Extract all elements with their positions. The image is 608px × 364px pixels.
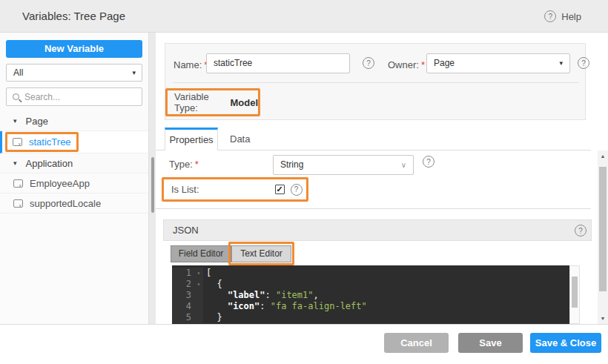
new-variable-button[interactable]: New Variable [6, 40, 142, 58]
help-button[interactable]: ? Help [544, 0, 581, 33]
tree-item-statictree[interactable]: staticTree [0, 131, 148, 153]
search-placeholder: Search... [24, 92, 60, 102]
save-button[interactable]: Save [458, 333, 523, 353]
type-label: Type:* [169, 159, 199, 170]
caret-down-icon: ▾ [13, 159, 17, 167]
tab-underline [156, 150, 591, 150]
line-number: 5 [172, 312, 194, 323]
variable-icon [13, 199, 23, 208]
line-number: 1 [172, 268, 194, 279]
tab-data[interactable]: Data [230, 128, 250, 150]
is-list-help-icon[interactable]: ? [291, 184, 303, 196]
search-input[interactable]: Search... [6, 87, 142, 106]
name-value: staticTree [214, 58, 252, 68]
filter-value: All [13, 67, 23, 78]
page-title: Variables: Tree Page [22, 0, 125, 33]
json-help-icon[interactable]: ? [575, 225, 586, 236]
variable-type-highlight-box: Variable Type: Model [165, 88, 260, 116]
name-help-icon[interactable]: ? [363, 57, 374, 69]
editor-scrollbar-thumb[interactable] [572, 277, 578, 308]
type-value: String [280, 159, 303, 170]
text-editor-button[interactable]: Text Editor [231, 245, 291, 262]
caret-down-icon: ▾ [132, 64, 136, 81]
variable-summary-panel: Name:* staticTree ? Owner:* Page ▾ ? Var… [165, 43, 586, 120]
name-field[interactable]: staticTree [206, 53, 350, 73]
help-label: Help [561, 11, 581, 22]
fold-caret-icon [194, 301, 203, 312]
variable-icon [13, 179, 23, 188]
search-icon [13, 93, 19, 100]
tree-item-supportedlocale[interactable]: supportedLocale [0, 193, 148, 214]
line-number: 4 [172, 301, 194, 312]
filter-dropdown[interactable]: All ▾ [6, 64, 142, 82]
content-scrollbar[interactable]: ▲ ▼ [598, 150, 608, 324]
highlight-box: staticTree [5, 132, 79, 152]
cancel-button[interactable]: Cancel [384, 333, 449, 353]
tree-group-page[interactable]: ▾ Page [0, 111, 148, 131]
tree-group-label: Application [26, 158, 73, 169]
tree-item-employeeapp[interactable]: EmployeeApp [0, 173, 148, 193]
code-line: 2 ▾ { [172, 279, 569, 290]
json-text-editor[interactable]: 1 ▾ [ 2 ▾ { 3 "label": "item1", 4 "icon"… [172, 265, 569, 324]
type-help-icon[interactable]: ? [423, 156, 434, 168]
help-circle-icon: ? [544, 10, 556, 22]
variable-detail-panel: Name:* staticTree ? Owner:* Page ▾ ? Var… [156, 33, 608, 324]
tree-group-label: Page [26, 116, 48, 127]
code-line: 5 } [172, 312, 569, 323]
action-footer: Cancel Save Save & Close [0, 324, 608, 364]
sidebar-divider [148, 33, 156, 324]
tab-properties[interactable]: Properties [165, 128, 218, 150]
scroll-down-icon[interactable]: ▼ [598, 316, 608, 321]
fold-caret-icon[interactable]: ▾ [194, 268, 203, 279]
tree-item-label: EmployeeApp [30, 178, 90, 189]
tree-group-application[interactable]: ▾ Application [0, 153, 148, 173]
code-line: 1 ▾ [ [172, 268, 569, 279]
variable-icon [13, 138, 22, 146]
field-editor-button[interactable]: Field Editor [171, 245, 231, 262]
editor-scrollbar[interactable] [569, 265, 580, 324]
caret-down-icon: ▾ [13, 117, 17, 125]
fold-caret-icon[interactable]: ▾ [194, 279, 203, 290]
chevron-down-icon: ∨ [401, 156, 406, 174]
name-label: Name:* [174, 59, 208, 70]
variable-type-value: Model [230, 97, 258, 108]
scroll-up-icon[interactable]: ▲ [598, 153, 608, 159]
required-asterisk: * [195, 159, 199, 170]
variables-tree: ▾ Page staticTree ▾ Application Employee… [0, 111, 148, 214]
owner-help-icon[interactable]: ? [578, 57, 589, 69]
is-list-highlight-box: Is List: ✓ ? [162, 177, 308, 202]
window-header: Variables: Tree Page ? Help [0, 0, 608, 33]
code-line: 4 "icon": "fa fa-align-left" [172, 301, 569, 312]
is-list-label: Is List: [171, 184, 199, 195]
is-list-checkbox[interactable]: ✓ [275, 185, 285, 194]
properties-separator [156, 208, 591, 209]
json-section-header: JSON ? [163, 219, 592, 241]
tree-item-label: staticTree [29, 136, 71, 148]
code-line: 3 "label": "item1", [172, 290, 569, 301]
variables-sidebar: New Variable All ▾ Search... ▾ Page stat… [0, 33, 148, 324]
fold-caret-icon [194, 290, 203, 301]
panel-separator [173, 82, 579, 83]
content-scrollbar-thumb[interactable] [599, 167, 607, 291]
json-title: JSON [173, 220, 199, 240]
owner-label: Owner:* [388, 59, 425, 70]
fold-caret-icon [194, 312, 203, 323]
variable-type-label: Variable Type: [174, 91, 222, 113]
required-asterisk: * [421, 59, 425, 70]
line-number: 2 [172, 279, 194, 290]
type-dropdown[interactable]: String ∨ [273, 155, 414, 175]
save-and-close-button[interactable]: Save & Close [530, 333, 601, 353]
sidebar-scrollbar-thumb[interactable] [151, 157, 154, 213]
line-number: 3 [172, 290, 194, 301]
tree-item-label: supportedLocale [30, 198, 101, 209]
owner-dropdown[interactable]: Page ▾ [426, 53, 570, 73]
owner-value: Page [434, 58, 455, 68]
caret-down-icon: ▾ [559, 54, 563, 73]
